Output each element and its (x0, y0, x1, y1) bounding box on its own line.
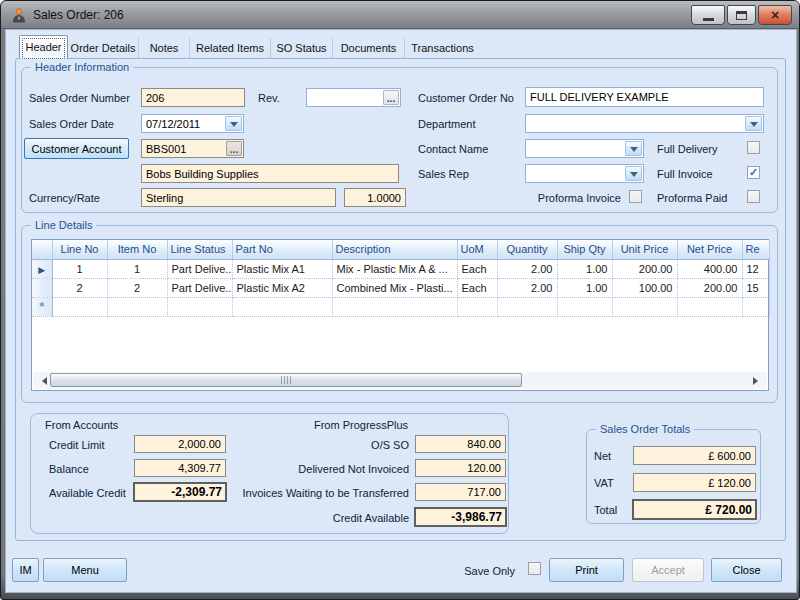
maximize-button[interactable] (727, 5, 756, 25)
tab-so-status[interactable]: SO Status (271, 38, 333, 58)
line-details-legend: Line Details (31, 219, 96, 231)
sales-order-totals-legend: Sales Order Totals (596, 423, 694, 435)
tab-header-label: Header (25, 41, 61, 53)
print-button[interactable]: Print (549, 558, 624, 582)
titlebar[interactable]: Sales Order: 206 × (1, 1, 800, 29)
maximize-icon (736, 11, 747, 20)
tab-label: Transactions (411, 42, 474, 54)
accept-button[interactable]: Accept (632, 558, 704, 582)
save-only-label: Save Only (437, 565, 515, 577)
close-icon: × (771, 8, 779, 22)
tab-order-details[interactable]: Order Details (68, 38, 139, 58)
tab-documents[interactable]: Documents (333, 38, 405, 58)
tab-related-items[interactable]: Related Items (190, 38, 271, 58)
im-button[interactable]: IM (12, 558, 39, 582)
tab-label: Notes (150, 42, 179, 54)
save-only-checkbox[interactable]: ✓ (528, 562, 541, 575)
close-window-button[interactable]: × (758, 5, 792, 25)
tab-label: Documents (341, 42, 397, 54)
window-title: Sales Order: 206 (33, 8, 124, 22)
tab-label: Order Details (71, 42, 136, 54)
tab-notes[interactable]: Notes (139, 38, 190, 58)
header-information-legend: Header Information (31, 61, 133, 73)
menu-button[interactable]: Menu (43, 558, 127, 582)
close-button[interactable]: Close (711, 558, 782, 582)
tab-header[interactable]: Header (19, 35, 68, 59)
sales-order-window: Sales Order: 206 × Header Order Details … (0, 0, 800, 600)
tab-label: SO Status (276, 42, 326, 54)
tab-transactions[interactable]: Transactions (405, 38, 480, 58)
tab-page (15, 58, 786, 541)
window-person-icon (11, 7, 27, 23)
tab-label: Related Items (196, 42, 264, 54)
minimize-button[interactable] (691, 5, 725, 25)
minimize-icon (703, 18, 714, 21)
